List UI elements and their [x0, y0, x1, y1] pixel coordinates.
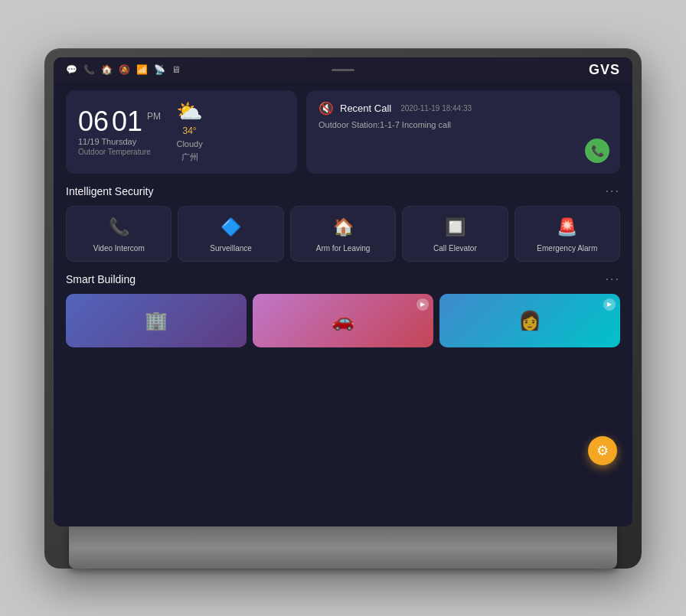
- drag-handle: [332, 69, 354, 71]
- recent-call-card: 🔇 Recent Call 2020-11-19 18:44:33 Outdoo…: [306, 90, 620, 174]
- outdoor-temp-label: Outdoor Temperature: [78, 148, 161, 156]
- security-more-button[interactable]: ···: [606, 184, 620, 198]
- building-title: Smart Building: [66, 273, 136, 285]
- screen-wrapper: 💬 📞 🏠 🔕 📶 📡 🖥 GVS: [54, 57, 632, 526]
- security-grid: 📞 Video Intercom 🔷 Surveillance 🏠 Arm fo…: [66, 206, 620, 262]
- video-intercom-icon: 📞: [109, 217, 129, 237]
- weather-icon: ⛅: [176, 101, 203, 122]
- time-hour: 06: [78, 108, 109, 135]
- building-grid: 🏢 🚗 ▶ 👩: [66, 294, 620, 347]
- call-elevator-icon: 🔲: [445, 217, 466, 237]
- call-header: 🔇 Recent Call 2020-11-19 18:44:33: [318, 101, 608, 116]
- city-label: 广州: [181, 152, 198, 163]
- security-card-arm-leaving[interactable]: 🏠 Arm for Leaving: [290, 206, 396, 262]
- arm-leaving-icon: 🏠: [333, 217, 354, 237]
- time-weather-card: 06 01 PM 11/19 Thursday Outdoor Temperat…: [66, 90, 297, 174]
- security-card-surveillance[interactable]: 🔷 Surveillance: [178, 206, 283, 262]
- call-mute-icon: 🔇: [318, 101, 334, 116]
- main-content: 06 01 PM 11/19 Thursday Outdoor Temperat…: [54, 83, 632, 526]
- building-card-1-overlay: [66, 294, 247, 347]
- time-display: 06 01 PM: [78, 108, 161, 135]
- temperature-display: 34°: [183, 125, 197, 136]
- security-card-emergency-alarm[interactable]: 🚨 Emergency Alarm: [514, 206, 620, 262]
- building-section-header: Smart Building ···: [66, 272, 620, 286]
- building-3-play-icon[interactable]: ▶: [603, 298, 616, 311]
- weather-section: ⛅ 34° Cloudy 广州: [176, 101, 203, 163]
- status-bar: 💬 📞 🏠 🔕 📶 📡 🖥 GVS: [54, 57, 632, 83]
- security-section-header: Intelligent Security ···: [66, 184, 620, 198]
- signal-icon: 📡: [154, 64, 165, 75]
- call-title: Recent Call: [340, 103, 391, 114]
- time-ampm: PM: [147, 111, 161, 122]
- date-display: 11/19 Thursday: [78, 137, 161, 146]
- building-2-play-icon[interactable]: ▶: [416, 298, 429, 311]
- home-icon: 🏠: [101, 64, 113, 75]
- security-title: Intelligent Security: [66, 185, 153, 197]
- building-card-2-overlay: [253, 294, 433, 347]
- security-card-video-intercom[interactable]: 📞 Video Intercom: [66, 206, 172, 262]
- security-card-call-elevator[interactable]: 🔲 Call Elevator: [402, 206, 508, 262]
- video-intercom-label: Video Intercom: [93, 243, 145, 253]
- settings-fab-button[interactable]: ⚙: [588, 436, 617, 465]
- building-card-3-overlay: [439, 294, 620, 347]
- building-more-button[interactable]: ···: [606, 272, 620, 286]
- bell-icon: 🔕: [119, 64, 130, 75]
- status-icons: 💬 📞 🏠 🔕 📶 📡 🖥: [66, 64, 181, 75]
- screen: 💬 📞 🏠 🔕 📶 📡 🖥 GVS: [54, 57, 632, 526]
- surveillance-label: Surveillance: [210, 243, 251, 253]
- building-card-2[interactable]: 🚗 ▶: [253, 294, 433, 347]
- settings-gear-icon: ⚙: [596, 442, 609, 459]
- display-icon: 🖥: [172, 64, 181, 75]
- building-card-1[interactable]: 🏢: [66, 294, 247, 347]
- emergency-alarm-icon: 🚨: [557, 217, 577, 237]
- message-icon: 💬: [66, 64, 77, 75]
- status-bar-inner: 💬 📞 🏠 🔕 📶 📡 🖥 GVS: [66, 62, 620, 78]
- building-card-3[interactable]: 👩 ▶: [439, 294, 620, 347]
- brand-logo: GVS: [589, 62, 620, 78]
- weather-condition: Cloudy: [176, 139, 202, 148]
- wifi-icon: 📶: [136, 64, 148, 75]
- device-stand: [69, 526, 617, 569]
- top-row: 06 01 PM 11/19 Thursday Outdoor Temperat…: [66, 90, 620, 174]
- device-frame: 💬 📞 🏠 🔕 📶 📡 🖥 GVS: [44, 48, 642, 569]
- call-timestamp: 2020-11-19 18:44:33: [400, 104, 472, 112]
- emergency-alarm-label: Emergency Alarm: [537, 243, 597, 253]
- call-answer-button[interactable]: 📞: [585, 139, 609, 163]
- surveillance-icon: 🔷: [220, 217, 241, 237]
- arm-leaving-label: Arm for Leaving: [316, 243, 371, 253]
- call-detail: Outdoor Station:1-1-7 Incoming call: [318, 120, 608, 129]
- time-section: 06 01 PM 11/19 Thursday Outdoor Temperat…: [78, 108, 161, 156]
- time-minute: 01: [112, 108, 142, 135]
- call-elevator-label: Call Elevator: [433, 243, 477, 253]
- phone-icon: 📞: [83, 64, 95, 75]
